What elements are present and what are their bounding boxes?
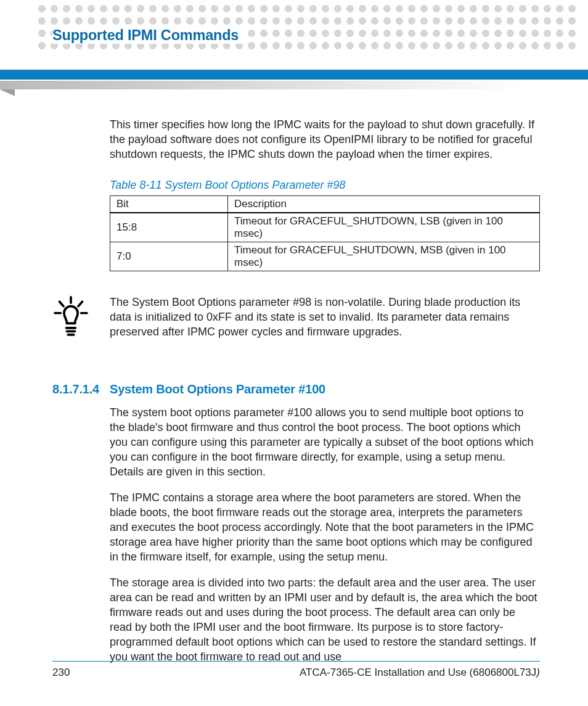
content-area: This timer specifies how long the IPMC w…	[52, 117, 540, 664]
table-cell-bit: 7:0	[110, 242, 228, 271]
footer-rule	[52, 661, 540, 662]
section-number: 8.1.7.1.4	[52, 382, 110, 396]
running-header-title: Supported IPMI Commands	[52, 27, 246, 44]
svg-line-1	[60, 302, 63, 306]
section-heading: 8.1.7.1.4 System Boot Options Parameter …	[52, 382, 540, 396]
paragraph-section-p1: The system boot options parameter #100 a…	[110, 405, 540, 479]
note-block: The System Boot Options parameter #98 is…	[52, 295, 540, 344]
section-body: The system boot options parameter #100 a…	[110, 405, 540, 664]
table-header-description: Description	[228, 196, 540, 213]
table-caption: Table 8-11 System Boot Options Parameter…	[110, 179, 540, 192]
table-cell-bit: 15:8	[110, 213, 228, 242]
footer-text-row: 230 ATCA-7365-CE Installation and Use (6…	[52, 667, 540, 679]
section-title: System Boot Options Parameter #100	[110, 382, 325, 396]
table-row: 15:8 Timeout for GRACEFUL_SHUTDOWN, LSB …	[110, 213, 540, 242]
intro-block: This timer specifies how long the IPMC w…	[110, 117, 540, 271]
page-number: 230	[52, 667, 70, 679]
table-header-row: Bit Description	[110, 196, 540, 213]
paragraph-timer-desc: This timer specifies how long the IPMC w…	[110, 117, 540, 162]
header-blue-rule	[0, 70, 588, 80]
note-text: The System Boot Options parameter #98 is…	[110, 295, 540, 339]
table-cell-desc: Timeout for GRACEFUL_SHUTDOWN, LSB (give…	[228, 213, 540, 242]
header-grey-bar	[0, 81, 588, 89]
paragraph-section-p2: The IPMC contains a storage area where t…	[110, 490, 540, 564]
page-footer: 230 ATCA-7365-CE Installation and Use (6…	[52, 661, 540, 679]
doc-id: ATCA-7365-CE Installation and Use (68068…	[300, 667, 540, 679]
paragraph-section-p3: The storage area is divided into two par…	[110, 575, 540, 664]
table-cell-desc: Timeout for GRACEFUL_SHUTDOWN, MSB (give…	[228, 242, 540, 271]
lightbulb-icon	[52, 296, 89, 344]
page: Supported IPMI Commands This timer speci…	[0, 0, 588, 706]
table-header-bit: Bit	[110, 196, 228, 213]
table-boot-options-98: Bit Description 15:8 Timeout for GRACEFU…	[110, 195, 540, 271]
svg-line-2	[78, 302, 82, 306]
table-row: 7:0 Timeout for GRACEFUL_SHUTDOWN, MSB (…	[110, 242, 540, 271]
